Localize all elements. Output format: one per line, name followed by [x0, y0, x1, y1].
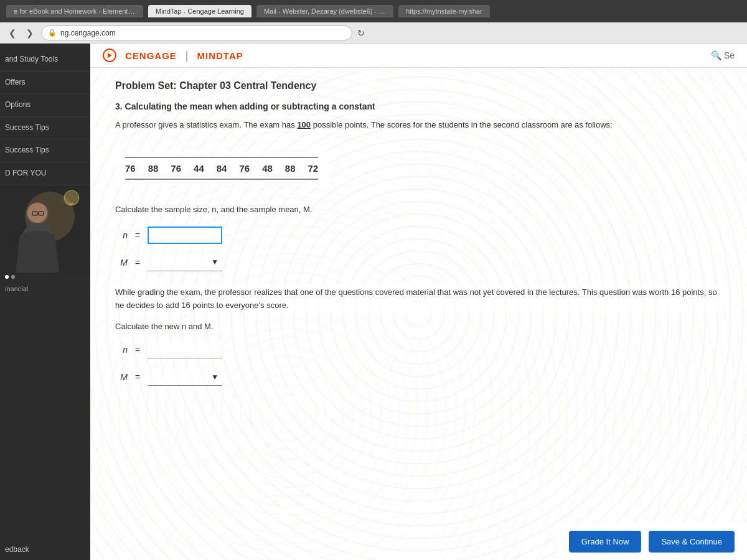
- m-dropdown[interactable]: ▼: [148, 254, 222, 271]
- score-9: 72: [308, 163, 319, 174]
- score-3: 76: [171, 163, 181, 174]
- calc-new-text: Calculate the new n and M.: [115, 322, 722, 331]
- instruction-text-1: Calculate the sample size, n, and the sa…: [115, 205, 722, 214]
- mindtap-logo: MINDTAP: [197, 50, 243, 61]
- dropdown-arrow-2: ▼: [211, 373, 218, 381]
- tab-bar: e for eBook and Homework - Elementary St…: [0, 0, 747, 22]
- score-6: 76: [239, 163, 250, 174]
- sidebar-financial-label: inancial: [0, 281, 90, 296]
- score-4: 44: [194, 163, 204, 174]
- n-input[interactable]: [148, 226, 222, 244]
- score-row: 76 88 76 44 84 76 48 88 72: [125, 157, 318, 180]
- cengage-logo: CENGAGE: [125, 50, 177, 61]
- n2-input[interactable]: [148, 341, 222, 358]
- sidebar: and Study Tools Offers Options Success T…: [0, 44, 90, 560]
- m-input-row: M = ▼: [115, 254, 722, 271]
- n2-input-row: n =: [115, 341, 722, 358]
- sidebar-item-offers[interactable]: Offers: [0, 72, 90, 95]
- problem-question-label: 3. Calculating the mean when adding or s…: [115, 101, 722, 111]
- highlight-100: 100: [297, 120, 311, 129]
- page-layout: and Study Tools Offers Options Success T…: [0, 44, 747, 560]
- tab-3[interactable]: Mail - Webster, Dezaray (dwebste6) - Out…: [256, 5, 393, 17]
- bottom-buttons: Grade It Now Save & Continue: [557, 523, 747, 560]
- sidebar-item-options[interactable]: Options: [0, 94, 90, 117]
- m2-dropdown[interactable]: ▼: [148, 368, 222, 386]
- address-pill[interactable]: 🔒 ng.cengage.com: [41, 26, 352, 40]
- problem-description: A professor gives a statistics exam. The…: [115, 119, 722, 132]
- sidebar-feedback[interactable]: edback: [0, 539, 90, 560]
- equals-4: =: [135, 372, 140, 382]
- problem-title: Problem Set: Chapter 03 Central Tendency: [115, 80, 722, 91]
- score-1: 76: [125, 163, 136, 174]
- equals-2: =: [135, 258, 140, 268]
- sidebar-item-success-tips-1[interactable]: Success Tips: [0, 117, 90, 140]
- save-continue-button[interactable]: Save & Continue: [649, 531, 735, 553]
- forward-button[interactable]: ❯: [24, 27, 36, 39]
- equals-1: =: [135, 230, 140, 240]
- search-button[interactable]: 🔍 Se: [711, 50, 735, 60]
- address-text: ng.cengage.com: [60, 29, 116, 37]
- back-button[interactable]: ❮: [6, 27, 19, 39]
- tab-4[interactable]: https://mytnstate-my.shar: [398, 5, 490, 17]
- sidebar-item-study-tools[interactable]: and Study Tools: [0, 49, 90, 72]
- sidebar-item-success-tips-2[interactable]: Success Tips: [0, 139, 90, 162]
- problem-content: Problem Set: Chapter 03 Central Tendency…: [115, 80, 722, 433]
- score-2: 88: [148, 163, 159, 174]
- header-right: 🔍 Se: [711, 50, 735, 60]
- m2-label: M: [115, 372, 128, 382]
- problem-area: Problem Set: Chapter 03 Central Tendency…: [90, 68, 747, 560]
- cengage-icon: [103, 49, 116, 62]
- score-5: 84: [217, 163, 227, 174]
- m-label: M: [115, 258, 128, 268]
- cengage-header: CENGAGE | MINDTAP 🔍 Se: [90, 44, 747, 68]
- equals-3: =: [135, 345, 140, 355]
- dropdown-arrow-1: ▼: [211, 258, 218, 266]
- sidebar-dots: [0, 273, 90, 281]
- n-input-row: n =: [115, 226, 722, 244]
- main-content: CENGAGE | MINDTAP 🔍 Se Problem Set: Chap…: [90, 44, 747, 560]
- m2-input-row: M = ▼: [115, 368, 722, 386]
- sidebar-item-d-for-you[interactable]: D FOR YOU: [0, 162, 90, 185]
- browser-chrome: e for eBook and Homework - Elementary St…: [0, 0, 747, 44]
- score-table: 76 88 76 44 84 76 48 88 72: [115, 152, 328, 185]
- score-8: 88: [285, 163, 296, 174]
- score-7: 48: [262, 163, 273, 174]
- reload-button[interactable]: ↻: [357, 28, 365, 38]
- n2-label: n: [115, 345, 128, 355]
- lock-icon: 🔒: [48, 29, 57, 37]
- address-bar: ❮ ❯ 🔒 ng.cengage.com ↻: [0, 22, 747, 44]
- while-grading-text: While grading the exam, the professor re…: [115, 284, 722, 315]
- tab-1[interactable]: e for eBook and Homework - Elementary St…: [6, 5, 143, 17]
- sidebar-person-image: [0, 185, 90, 273]
- logo-divider: |: [186, 49, 189, 62]
- tab-2[interactable]: MindTap - Cengage Learning: [148, 5, 251, 17]
- n-label: n: [115, 230, 128, 240]
- grade-button[interactable]: Grade It Now: [569, 531, 642, 553]
